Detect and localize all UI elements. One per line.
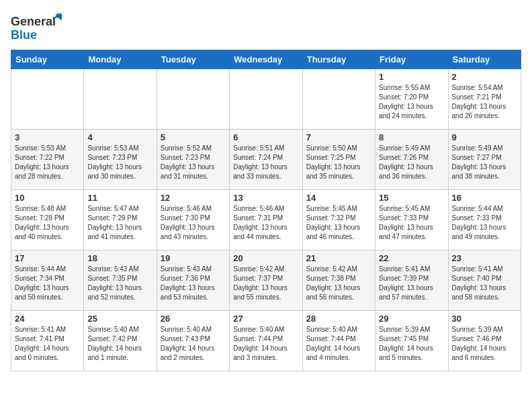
day-number: 21 xyxy=(306,253,371,263)
calendar-cell: 6Sunrise: 5:51 AM Sunset: 7:24 PM Daylig… xyxy=(230,130,302,190)
calendar-cell: 14Sunrise: 5:45 AM Sunset: 7:32 PM Dayli… xyxy=(302,190,375,250)
weekday-header-friday: Friday xyxy=(375,50,448,69)
page-header: GeneralBlue xyxy=(11,11,521,44)
day-info: Sunrise: 5:44 AM Sunset: 7:33 PM Dayligh… xyxy=(452,204,517,242)
calendar-cell: 4Sunrise: 5:53 AM Sunset: 7:23 PM Daylig… xyxy=(84,130,157,190)
calendar-cell: 28Sunrise: 5:40 AM Sunset: 7:44 PM Dayli… xyxy=(302,311,375,371)
day-info: Sunrise: 5:42 AM Sunset: 7:37 PM Dayligh… xyxy=(233,265,298,302)
day-info: Sunrise: 5:42 AM Sunset: 7:38 PM Dayligh… xyxy=(306,265,371,302)
day-number: 30 xyxy=(452,314,517,324)
day-number: 22 xyxy=(379,253,444,263)
weekday-header-thursday: Thursday xyxy=(302,50,375,69)
calendar-cell xyxy=(302,69,375,130)
calendar-cell: 23Sunrise: 5:41 AM Sunset: 7:40 PM Dayli… xyxy=(448,250,521,311)
day-number: 16 xyxy=(452,193,517,203)
day-number: 25 xyxy=(87,314,152,324)
calendar-cell: 16Sunrise: 5:44 AM Sunset: 7:33 PM Dayli… xyxy=(448,190,521,250)
calendar-week-row: 24Sunrise: 5:41 AM Sunset: 7:41 PM Dayli… xyxy=(11,311,521,371)
calendar-cell: 18Sunrise: 5:43 AM Sunset: 7:35 PM Dayli… xyxy=(84,250,157,311)
calendar-cell: 13Sunrise: 5:46 AM Sunset: 7:31 PM Dayli… xyxy=(230,190,302,250)
day-info: Sunrise: 5:39 AM Sunset: 7:46 PM Dayligh… xyxy=(452,325,517,363)
day-number: 15 xyxy=(379,193,444,203)
day-info: Sunrise: 5:48 AM Sunset: 7:28 PM Dayligh… xyxy=(15,204,80,242)
day-number: 23 xyxy=(452,253,517,263)
day-info: Sunrise: 5:51 AM Sunset: 7:24 PM Dayligh… xyxy=(233,144,298,181)
day-info: Sunrise: 5:46 AM Sunset: 7:30 PM Dayligh… xyxy=(161,204,226,242)
calendar-cell: 27Sunrise: 5:40 AM Sunset: 7:44 PM Dayli… xyxy=(230,311,302,371)
calendar-cell: 21Sunrise: 5:42 AM Sunset: 7:38 PM Dayli… xyxy=(302,250,375,311)
day-number: 20 xyxy=(233,253,298,263)
day-info: Sunrise: 5:44 AM Sunset: 7:34 PM Dayligh… xyxy=(15,265,80,302)
day-info: Sunrise: 5:53 AM Sunset: 7:22 PM Dayligh… xyxy=(15,144,80,181)
day-number: 27 xyxy=(233,314,298,324)
day-number: 10 xyxy=(15,193,80,203)
calendar-cell: 7Sunrise: 5:50 AM Sunset: 7:25 PM Daylig… xyxy=(302,130,375,190)
day-number: 3 xyxy=(15,132,80,142)
calendar-week-row: 3Sunrise: 5:53 AM Sunset: 7:22 PM Daylig… xyxy=(11,130,521,190)
day-number: 5 xyxy=(161,132,226,142)
day-info: Sunrise: 5:45 AM Sunset: 7:33 PM Dayligh… xyxy=(379,204,444,242)
calendar-cell: 26Sunrise: 5:40 AM Sunset: 7:43 PM Dayli… xyxy=(157,311,229,371)
day-info: Sunrise: 5:49 AM Sunset: 7:27 PM Dayligh… xyxy=(452,144,517,181)
weekday-header-monday: Monday xyxy=(84,50,157,69)
calendar-cell: 15Sunrise: 5:45 AM Sunset: 7:33 PM Dayli… xyxy=(375,190,448,250)
calendar-table: SundayMondayTuesdayWednesdayThursdayFrid… xyxy=(11,50,521,371)
day-number: 7 xyxy=(306,132,371,142)
calendar-cell: 9Sunrise: 5:49 AM Sunset: 7:27 PM Daylig… xyxy=(448,130,521,190)
day-info: Sunrise: 5:50 AM Sunset: 7:25 PM Dayligh… xyxy=(306,144,371,181)
calendar-cell: 11Sunrise: 5:47 AM Sunset: 7:29 PM Dayli… xyxy=(84,190,157,250)
day-info: Sunrise: 5:41 AM Sunset: 7:39 PM Dayligh… xyxy=(379,265,444,302)
day-number: 24 xyxy=(15,314,80,324)
calendar-week-row: 17Sunrise: 5:44 AM Sunset: 7:34 PM Dayli… xyxy=(11,250,521,311)
day-info: Sunrise: 5:40 AM Sunset: 7:43 PM Dayligh… xyxy=(161,325,226,363)
day-info: Sunrise: 5:40 AM Sunset: 7:44 PM Dayligh… xyxy=(306,325,371,363)
calendar-cell: 1Sunrise: 5:55 AM Sunset: 7:20 PM Daylig… xyxy=(375,69,448,130)
weekday-header-row: SundayMondayTuesdayWednesdayThursdayFrid… xyxy=(11,50,521,69)
day-info: Sunrise: 5:49 AM Sunset: 7:26 PM Dayligh… xyxy=(379,144,444,181)
day-number: 13 xyxy=(233,193,298,203)
calendar-cell: 25Sunrise: 5:40 AM Sunset: 7:42 PM Dayli… xyxy=(84,311,157,371)
day-number: 9 xyxy=(452,132,517,142)
day-info: Sunrise: 5:55 AM Sunset: 7:20 PM Dayligh… xyxy=(379,83,444,121)
calendar-cell: 22Sunrise: 5:41 AM Sunset: 7:39 PM Dayli… xyxy=(375,250,448,311)
day-info: Sunrise: 5:40 AM Sunset: 7:44 PM Dayligh… xyxy=(233,325,298,363)
calendar-cell xyxy=(230,69,302,130)
logo: GeneralBlue xyxy=(11,11,64,44)
calendar-cell: 5Sunrise: 5:52 AM Sunset: 7:23 PM Daylig… xyxy=(157,130,229,190)
day-number: 18 xyxy=(87,253,152,263)
weekday-header-tuesday: Tuesday xyxy=(157,50,229,69)
day-info: Sunrise: 5:41 AM Sunset: 7:40 PM Dayligh… xyxy=(452,265,517,302)
calendar-week-row: 1Sunrise: 5:55 AM Sunset: 7:20 PM Daylig… xyxy=(11,69,521,130)
calendar-cell: 8Sunrise: 5:49 AM Sunset: 7:26 PM Daylig… xyxy=(375,130,448,190)
day-info: Sunrise: 5:39 AM Sunset: 7:45 PM Dayligh… xyxy=(379,325,444,363)
day-number: 28 xyxy=(306,314,371,324)
calendar-cell: 19Sunrise: 5:43 AM Sunset: 7:36 PM Dayli… xyxy=(157,250,229,311)
day-info: Sunrise: 5:47 AM Sunset: 7:29 PM Dayligh… xyxy=(87,204,152,242)
day-info: Sunrise: 5:43 AM Sunset: 7:35 PM Dayligh… xyxy=(87,265,152,302)
day-number: 2 xyxy=(452,72,517,82)
day-number: 8 xyxy=(379,132,444,142)
calendar-cell: 3Sunrise: 5:53 AM Sunset: 7:22 PM Daylig… xyxy=(11,130,84,190)
day-number: 19 xyxy=(161,253,226,263)
calendar-cell xyxy=(157,69,229,130)
calendar-cell: 12Sunrise: 5:46 AM Sunset: 7:30 PM Dayli… xyxy=(157,190,229,250)
day-number: 11 xyxy=(87,193,152,203)
day-info: Sunrise: 5:52 AM Sunset: 7:23 PM Dayligh… xyxy=(161,144,226,181)
weekday-header-sunday: Sunday xyxy=(11,50,84,69)
day-number: 29 xyxy=(379,314,444,324)
day-info: Sunrise: 5:46 AM Sunset: 7:31 PM Dayligh… xyxy=(233,204,298,242)
calendar-week-row: 10Sunrise: 5:48 AM Sunset: 7:28 PM Dayli… xyxy=(11,190,521,250)
day-info: Sunrise: 5:54 AM Sunset: 7:21 PM Dayligh… xyxy=(452,83,517,121)
day-info: Sunrise: 5:53 AM Sunset: 7:23 PM Dayligh… xyxy=(87,144,152,181)
calendar-cell xyxy=(84,69,157,130)
day-info: Sunrise: 5:40 AM Sunset: 7:42 PM Dayligh… xyxy=(87,325,152,363)
day-number: 14 xyxy=(306,193,371,203)
logo-svg: GeneralBlue xyxy=(11,11,64,44)
day-number: 4 xyxy=(87,132,152,142)
svg-text:Blue: Blue xyxy=(11,28,37,42)
calendar-cell: 24Sunrise: 5:41 AM Sunset: 7:41 PM Dayli… xyxy=(11,311,84,371)
day-number: 17 xyxy=(15,253,80,263)
weekday-header-saturday: Saturday xyxy=(448,50,521,69)
day-number: 6 xyxy=(233,132,298,142)
calendar-cell: 2Sunrise: 5:54 AM Sunset: 7:21 PM Daylig… xyxy=(448,69,521,130)
